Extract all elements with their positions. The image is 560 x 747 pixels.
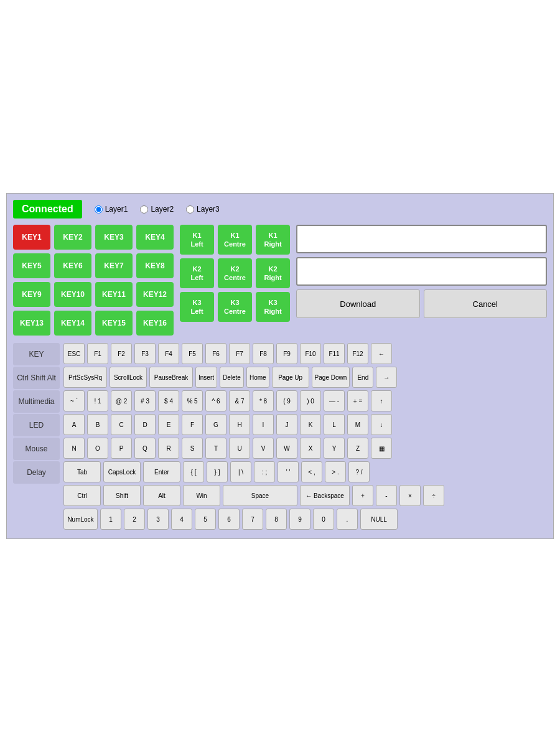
key-btn-key14[interactable]: KEY14 bbox=[54, 311, 91, 336]
sidebar-label-delay[interactable]: Delay bbox=[13, 461, 60, 484]
key-btn-key7[interactable]: KEY7 bbox=[95, 253, 133, 278]
kb-key-f1[interactable]: F1 bbox=[87, 343, 108, 364]
kb-key-v[interactable]: V bbox=[253, 438, 274, 459]
kb-key-5[interactable]: 5 bbox=[195, 509, 216, 530]
kb-key-f9[interactable]: F9 bbox=[276, 343, 297, 364]
kb-key-.[interactable]: . bbox=[337, 509, 358, 530]
layer3-radio[interactable]: Layer3 bbox=[186, 205, 220, 214]
kb-key-z[interactable]: Z bbox=[347, 438, 368, 459]
sidebar-label-ctrl-shift-alt[interactable]: Ctrl Shift Alt bbox=[13, 367, 60, 389]
kb-key-w[interactable]: W bbox=[276, 438, 297, 459]
key-btn-key1[interactable]: KEY1 bbox=[13, 225, 50, 250]
kb-key-:_;[interactable]: : ; bbox=[254, 461, 275, 482]
sidebar-label-multimedia[interactable]: Multimedia bbox=[13, 390, 60, 413]
download-button[interactable]: Download bbox=[296, 289, 420, 318]
layer2-radio[interactable]: Layer2 bbox=[140, 205, 174, 214]
kb-key-(_9[interactable]: ( 9 bbox=[276, 390, 297, 411]
kb-key-insert[interactable]: Insert bbox=[195, 367, 217, 388]
kb-key-~_`[interactable]: ~ ` bbox=[63, 390, 85, 411]
kb-key-ctrl[interactable]: Ctrl bbox=[63, 485, 101, 506]
kb-key-)_0[interactable]: ) 0 bbox=[300, 390, 321, 411]
kb-key-&_7[interactable]: & 7 bbox=[229, 390, 250, 411]
kb-key-capslock[interactable]: CapsLock bbox=[103, 461, 141, 482]
kb-key-}_][interactable]: } ] bbox=[207, 461, 228, 482]
kb-key-2[interactable]: 2 bbox=[124, 509, 145, 530]
kb-key-q[interactable]: Q bbox=[134, 438, 156, 459]
kb-key-6[interactable]: 6 bbox=[218, 509, 240, 530]
kb-key-7[interactable]: 7 bbox=[242, 509, 263, 530]
key-btn-key6[interactable]: KEY6 bbox=[54, 253, 91, 278]
kb-key-d[interactable]: D bbox=[134, 414, 156, 435]
kb-key-m[interactable]: M bbox=[347, 414, 368, 435]
kb-key--[interactable]: - bbox=[376, 485, 397, 506]
kb-key-!_1[interactable]: ! 1 bbox=[87, 390, 108, 411]
kb-key-page_down[interactable]: Page Down bbox=[312, 367, 350, 388]
kb-key-prtscsysrq[interactable]: PrtScSysRq bbox=[63, 367, 107, 388]
kb-key-f12[interactable]: F12 bbox=[347, 343, 368, 364]
kb-key-^_6[interactable]: ^ 6 bbox=[205, 390, 226, 411]
kb-key-9[interactable]: 9 bbox=[289, 509, 310, 530]
layer1-radio[interactable]: Layer1 bbox=[95, 205, 128, 214]
kb-key-h[interactable]: H bbox=[229, 414, 250, 435]
kb-key-f8[interactable]: F8 bbox=[253, 343, 274, 364]
k-btn-5[interactable]: K2 Right bbox=[256, 258, 290, 288]
key-btn-key2[interactable]: KEY2 bbox=[54, 225, 91, 250]
kb-key-4[interactable]: 4 bbox=[171, 509, 192, 530]
kb-key-▦[interactable]: ▦ bbox=[371, 438, 392, 459]
kb-key-f3[interactable]: F3 bbox=[134, 343, 156, 364]
kb-key-u[interactable]: U bbox=[229, 438, 250, 459]
kb-key-alt[interactable]: Alt bbox=[143, 485, 180, 506]
kb-key-enter[interactable]: Enter bbox=[143, 461, 180, 482]
kb-key-?_/[interactable]: ? / bbox=[348, 461, 370, 482]
sidebar-label-led[interactable]: LED bbox=[13, 414, 60, 436]
kb-key-%_5[interactable]: % 5 bbox=[182, 390, 203, 411]
kb-key-1[interactable]: 1 bbox=[100, 509, 121, 530]
key-btn-key9[interactable]: KEY9 bbox=[13, 282, 50, 307]
kb-key-t[interactable]: T bbox=[205, 438, 226, 459]
kb-key-3[interactable]: 3 bbox=[147, 509, 169, 530]
kb-key-b[interactable]: B bbox=[87, 414, 108, 435]
kb-key-+[interactable]: + bbox=[352, 485, 373, 506]
kb-key-scrolllock[interactable]: ScrollLock bbox=[110, 367, 147, 388]
kb-key-space[interactable]: Space bbox=[223, 485, 297, 506]
kb-key-→[interactable]: → bbox=[376, 367, 397, 388]
kb-key-f5[interactable]: F5 bbox=[182, 343, 203, 364]
kb-key-f[interactable]: F bbox=[182, 414, 203, 435]
k-btn-6[interactable]: K3 Left bbox=[180, 292, 214, 322]
cancel-button[interactable]: Cancel bbox=[424, 289, 548, 318]
kb-key-f11[interactable]: F11 bbox=[324, 343, 345, 364]
kb-key-f4[interactable]: F4 bbox=[158, 343, 179, 364]
kb-key-r[interactable]: R bbox=[158, 438, 179, 459]
kb-key-a[interactable]: A bbox=[63, 414, 85, 435]
kb-key-f10[interactable]: F10 bbox=[300, 343, 321, 364]
kb-key-esc[interactable]: ESC bbox=[63, 343, 85, 364]
key-btn-key4[interactable]: KEY4 bbox=[136, 225, 174, 250]
kb-key-l[interactable]: L bbox=[324, 414, 345, 435]
kb-key-shift[interactable]: Shift bbox=[103, 485, 141, 506]
kb-key-numlock[interactable]: NumLock bbox=[63, 509, 98, 530]
kb-key-s[interactable]: S bbox=[182, 438, 203, 459]
k2-text-input[interactable] bbox=[296, 257, 547, 286]
kb-key-p[interactable]: P bbox=[111, 438, 132, 459]
kb-key->_.[interactable]: > . bbox=[325, 461, 346, 482]
kb-key-win[interactable]: Win bbox=[183, 485, 220, 506]
k-btn-2[interactable]: K1 Right bbox=[256, 225, 290, 255]
key-btn-key8[interactable]: KEY8 bbox=[136, 253, 174, 278]
kb-key-i[interactable]: I bbox=[253, 414, 274, 435]
kb-key-×[interactable]: × bbox=[399, 485, 421, 506]
kb-key-↑[interactable]: ↑ bbox=[371, 390, 392, 411]
kb-key-—_-[interactable]: — - bbox=[324, 390, 345, 411]
kb-key-e[interactable]: E bbox=[158, 414, 179, 435]
key-btn-key12[interactable]: KEY12 bbox=[136, 282, 174, 307]
kb-key-#_3[interactable]: # 3 bbox=[134, 390, 156, 411]
k-btn-0[interactable]: K1 Left bbox=[180, 225, 214, 255]
kb-key-|_\[interactable]: | \ bbox=[230, 461, 251, 482]
k-btn-7[interactable]: K3 Centre bbox=[218, 292, 252, 322]
key-btn-key10[interactable]: KEY10 bbox=[54, 282, 91, 307]
kb-key-←[interactable]: ← bbox=[371, 343, 392, 364]
kb-key-k[interactable]: K bbox=[300, 414, 321, 435]
key-btn-key11[interactable]: KEY11 bbox=[95, 282, 133, 307]
sidebar-label-mouse[interactable]: Mouse bbox=[13, 438, 60, 460]
kb-key-y[interactable]: Y bbox=[324, 438, 345, 459]
kb-key-g[interactable]: G bbox=[205, 414, 226, 435]
